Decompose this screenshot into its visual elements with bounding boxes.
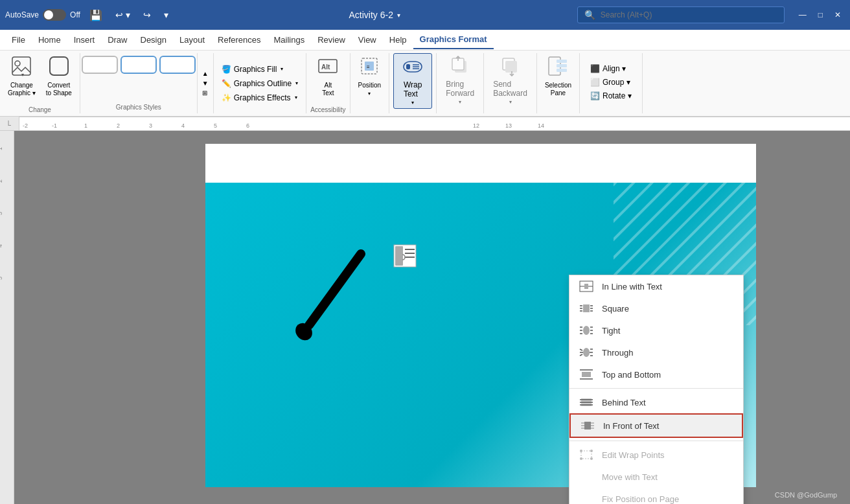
- autosave-toggle[interactable]: [43, 9, 66, 21]
- bring-forward-button[interactable]: BringForward ▾: [441, 53, 479, 108]
- svg-text:≡: ≡: [367, 64, 370, 70]
- ribbon-group-position: ≡ Position ▾: [350, 53, 390, 113]
- title-dropdown-icon[interactable]: ▾: [397, 12, 400, 19]
- svg-rect-21: [557, 60, 567, 63]
- close-button[interactable]: ✕: [831, 8, 845, 22]
- customize-quick-access[interactable]: ▾: [160, 7, 172, 23]
- selection-pane-button[interactable]: SelectionPane: [541, 53, 575, 100]
- menu-view[interactable]: View: [352, 31, 383, 49]
- dropdown-item-fixpos: Fix Position on Page: [569, 488, 743, 504]
- menu-draw[interactable]: Draw: [101, 31, 133, 49]
- save-button[interactable]: 💾: [86, 6, 106, 24]
- dropdown-item-behind-label: Behind Text: [602, 398, 646, 407]
- svg-text:12: 12: [473, 122, 479, 129]
- search-input[interactable]: [601, 10, 777, 19]
- graphics-outline-icon: ✏️: [222, 79, 231, 88]
- bring-forward-content: BringForward ▾: [441, 53, 479, 111]
- ribbon-group-change: ▾ ChangeGraphic ▾ Convertto Shape Change: [0, 53, 80, 113]
- svg-line-67: [580, 349, 582, 350]
- group-button[interactable]: ⬜ Group ▾: [586, 76, 634, 89]
- dropdown-item-square-label: Square: [602, 304, 629, 314]
- style-item-1[interactable]: [82, 56, 118, 74]
- menu-design[interactable]: Design: [134, 31, 173, 49]
- restore-button[interactable]: □: [814, 8, 827, 22]
- svg-text:5: 5: [214, 122, 217, 129]
- position-arrow: ▾: [368, 91, 371, 97]
- menu-graphics-format[interactable]: Graphics Format: [413, 30, 494, 49]
- menu-insert[interactable]: Insert: [67, 31, 102, 49]
- style-item-2[interactable]: [121, 56, 157, 74]
- dropdown-item-through[interactable]: Through: [569, 341, 743, 363]
- wrap-text-label: WrapText: [404, 80, 422, 98]
- convert-to-shape-button[interactable]: Convertto Shape: [42, 53, 76, 100]
- style-gallery-down[interactable]: ▼: [199, 78, 212, 88]
- svg-text:4: 4: [0, 244, 3, 247]
- menu-help[interactable]: Help: [383, 31, 413, 49]
- style-item-3[interactable]: [159, 56, 196, 74]
- menu-mailings[interactable]: Mailings: [268, 31, 312, 49]
- redo-button[interactable]: ↪: [139, 7, 155, 23]
- dropdown-item-editwrap: Edit Wrap Points: [569, 444, 743, 466]
- dropdown-item-topbottom[interactable]: Top and Bottom: [569, 363, 743, 385]
- undo-button[interactable]: ↩ ▾: [111, 7, 134, 23]
- style-gallery-up[interactable]: ▲: [199, 69, 212, 78]
- graphics-outline-button[interactable]: ✏️ Graphics Outline ▾: [218, 77, 302, 90]
- rotate-button[interactable]: 🔄 Rotate ▾: [586, 89, 636, 102]
- ruler-corner: L: [0, 117, 19, 130]
- vertical-ruler: 1 2 3 4 5: [0, 131, 14, 504]
- wrap-text-button[interactable]: WrapText ▾: [393, 53, 432, 109]
- autosave-section: AutoSave Off: [5, 9, 80, 21]
- group-label: Group ▾: [603, 78, 630, 87]
- svg-text:Alt: Alt: [321, 63, 330, 71]
- autosave-label: AutoSave: [5, 10, 39, 19]
- wrap-text-icon: [402, 56, 423, 79]
- edit-wrap-icon: [579, 448, 594, 461]
- svg-rect-51: [584, 284, 588, 289]
- align-button[interactable]: ⬛ Align ▾: [586, 62, 630, 75]
- menu-references[interactable]: References: [211, 31, 267, 49]
- graphics-fill-col: 🪣 Graphics Fill ▾ ✏️ Graphics Outline ▾ …: [213, 53, 306, 113]
- alt-text-button[interactable]: Alt AltText: [314, 53, 342, 100]
- menu-home[interactable]: Home: [32, 31, 67, 49]
- graphics-effects-button[interactable]: ✨ Graphics Effects ▾: [218, 91, 302, 104]
- dropdown-item-infront[interactable]: In Front of Text: [569, 413, 743, 438]
- send-backward-button[interactable]: SendBackward ▾: [488, 53, 533, 108]
- graphics-fill-label: Graphics Fill: [234, 65, 277, 74]
- svg-text:4: 4: [181, 122, 185, 129]
- title-center: Activity 6-2 ▾: [178, 10, 572, 20]
- svg-text:3: 3: [0, 212, 3, 215]
- dropdown-item-behind[interactable]: Behind Text: [569, 391, 743, 413]
- ribbon: ▾ ChangeGraphic ▾ Convertto Shape Change: [0, 51, 850, 117]
- change-graphic-button[interactable]: ▾ ChangeGraphic ▾: [4, 53, 40, 100]
- svg-rect-73: [582, 372, 591, 377]
- menu-layout[interactable]: Layout: [173, 31, 211, 49]
- align-label: Align ▾: [603, 64, 626, 73]
- dropdown-item-tight[interactable]: Tight: [569, 319, 743, 341]
- alt-text-icon: Alt: [317, 56, 338, 80]
- position-button[interactable]: ≡ Position ▾: [354, 53, 385, 99]
- search-icon: 🔍: [584, 10, 595, 20]
- svg-line-42: [309, 254, 361, 325]
- change-group-content: ▾ ChangeGraphic ▾ Convertto Shape: [4, 53, 76, 104]
- svg-text:1: 1: [84, 122, 87, 129]
- send-backward-label: SendBackward: [493, 80, 527, 98]
- layout-icon-svg: [393, 244, 417, 268]
- minimize-button[interactable]: —: [795, 8, 810, 22]
- menu-review[interactable]: Review: [311, 31, 352, 49]
- change-group-label: Change: [29, 106, 51, 113]
- svg-rect-45: [395, 246, 403, 266]
- svg-point-59: [583, 326, 590, 335]
- no-icon: [579, 470, 594, 483]
- svg-line-69: [580, 354, 582, 356]
- ruler-svg: -2 -1 1 2 3 4 5 6 12 13 14: [19, 117, 850, 130]
- svg-rect-3: [50, 57, 68, 75]
- layout-icon[interactable]: [393, 244, 417, 269]
- style-gallery-expand[interactable]: ⊞: [199, 88, 212, 98]
- dropdown-item-square[interactable]: Square: [569, 297, 743, 319]
- alt-text-label: AltText: [322, 82, 334, 97]
- dropdown-item-inline[interactable]: In Line with Text: [569, 275, 743, 297]
- no-icon-2: [579, 492, 594, 504]
- search-box[interactable]: 🔍: [577, 6, 785, 23]
- graphics-fill-button[interactable]: 🪣 Graphics Fill ▾: [218, 63, 302, 76]
- menu-file[interactable]: File: [5, 31, 32, 49]
